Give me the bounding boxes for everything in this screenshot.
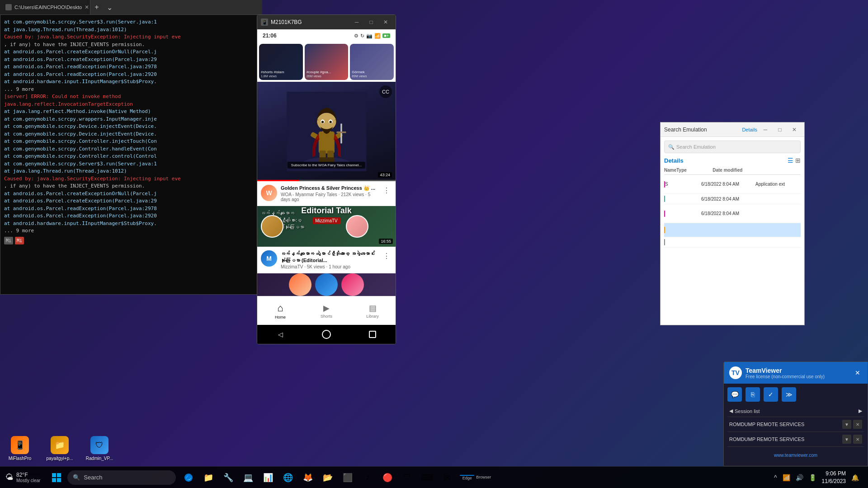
session-action-3[interactable]: ▼ — [842, 435, 851, 444]
notification-bell-icon[interactable]: 🔔 — [849, 472, 861, 483]
channel-avatar-1[interactable]: W — [261, 185, 277, 201]
tv-session-row-1[interactable]: ROMDUMP REMOTE SERVICES ▼ ✕ — [727, 417, 864, 432]
phone-close-button[interactable]: ✕ — [379, 18, 392, 27]
tv-chat-icon[interactable]: 💬 — [727, 387, 742, 402]
android-recents-button[interactable] — [365, 327, 380, 342]
session-expand-icon[interactable]: ▶ — [859, 408, 862, 414]
taskbar-app-labels: Edge Browser — [460, 475, 491, 480]
channel-avatar-2[interactable]: M — [261, 250, 277, 267]
tv-settings-icon[interactable]: ✓ — [764, 387, 778, 402]
network-icon[interactable]: 📶 — [781, 472, 792, 483]
terminal-line-9: at android.hardware.input.IInputManager$… — [4, 78, 258, 86]
second-video-thumbnail[interactable]: လက်နှက်ချတောက ဖမ်ကောင်ဦးတိုဘေား:တေ့ အကွဲ… — [257, 206, 396, 247]
taskbar-app2-icon[interactable]: 🔧 — [219, 469, 237, 487]
edge-label-group: Edge — [460, 475, 474, 480]
tv-website-link[interactable]: www.teamviewer.com — [774, 453, 817, 458]
grid-view-icon[interactable]: ⊞ — [795, 157, 801, 164]
app4-icon: 📊 — [263, 473, 273, 483]
battery-taskbar-icon[interactable]: 🔋 — [807, 472, 818, 483]
taskbar-app9-icon[interactable]: 🔴 — [378, 469, 396, 487]
weather-desc: Mostly clear — [16, 478, 40, 483]
short-thumb-3[interactable]: Görmek 89M views — [350, 44, 394, 80]
col-extra — [767, 168, 804, 173]
recents-icon — [369, 331, 376, 338]
terminal-tab-close[interactable]: ✕ — [85, 4, 89, 10]
taskbar-app8-icon[interactable]: ⬛ — [339, 469, 357, 487]
col-name: Name — [664, 168, 676, 173]
session-actions-1: ▼ ✕ — [842, 420, 862, 429]
main-video-player[interactable]: CC Subscribe to the WOA Fairy Tales chan… — [257, 82, 396, 181]
list-view-icon[interactable]: ☰ — [788, 157, 793, 164]
table-row[interactable]: Windows Batch File 6/18/2022 8:04 AM — [664, 204, 801, 223]
fe-minimize-button[interactable]: ─ — [759, 123, 772, 136]
tab-dropdown-button[interactable]: ⌄ — [103, 1, 116, 14]
nav-shorts[interactable]: ▶ Shorts — [303, 296, 349, 325]
tv-copy-icon[interactable]: ⎘ — [745, 387, 760, 402]
short-thumb-1[interactable]: #shorts #islam 1.8M views — [259, 44, 303, 80]
table-row[interactable]: le — [664, 237, 801, 248]
weather-widget[interactable]: 🌤 82°F Mostly clear — [0, 472, 46, 483]
edge-label: Edge — [462, 476, 472, 480]
taskbar-app5-icon[interactable]: 🌐 — [279, 469, 297, 487]
session-action-1[interactable]: ▼ — [842, 420, 851, 429]
fe-maximize-button[interactable]: □ — [774, 123, 786, 136]
table-row[interactable]: JS JScript Script — [664, 223, 801, 237]
fe-toolbar-right: Details — [742, 127, 757, 132]
file-explorer-content: 🔍 Search Emulation Details ☰ ⊞ Name Type… — [660, 137, 804, 325]
app9-icon: 🔴 — [382, 473, 392, 483]
settings-icon[interactable]: ⚙ — [354, 33, 359, 39]
table-row[interactable]: Application 6/18/2022 8:04 AM — [664, 194, 801, 204]
terminal-line-17: at com.genymobile.scrcpy.Controller.inje… — [4, 138, 258, 145]
desktop-icon-miflashpro[interactable]: 📱 MiFlashPro — [4, 434, 36, 463]
video-more-button-2[interactable]: ⋮ — [381, 250, 392, 261]
new-tab-button[interactable]: + — [90, 1, 103, 14]
terminal-line-3: Caused by: java.lang.SecurityException: … — [4, 33, 258, 41]
taskbar-tiktok-icon[interactable]: ♪ — [359, 469, 377, 487]
taskbar-search-box[interactable]: 🔍 Search — [67, 470, 176, 485]
tv-close-button[interactable]: ✕ — [853, 367, 862, 378]
desktop-icon-payaitgyi[interactable]: 📁 payaitgyi+p... — [43, 434, 76, 463]
start-button[interactable] — [46, 467, 67, 488]
refresh-icon[interactable]: ↻ — [360, 33, 364, 39]
sound-icon[interactable]: 🔊 — [794, 472, 805, 483]
nav-library[interactable]: ▤ Library — [349, 296, 396, 325]
table-row[interactable]: Windows Batch File S 6/18/2022 8:04 AM A… — [664, 175, 801, 194]
tv-title: TeamViewer — [745, 367, 825, 374]
terminal-tab-icon — [5, 4, 12, 10]
captions-button[interactable]: CC — [379, 85, 392, 98]
android-home-button[interactable] — [319, 327, 334, 342]
taskbar-app12-icon[interactable]: ✉ — [438, 469, 456, 487]
taskbar-clock[interactable]: 9:06 PM 11/6/2023 — [822, 470, 846, 485]
video-progress-bar[interactable] — [257, 180, 396, 181]
taskbar-app4-icon[interactable]: 📊 — [259, 469, 277, 487]
session-collapse-icon[interactable]: ◀ — [729, 408, 733, 414]
screenshot-icon[interactable]: 📷 — [366, 33, 373, 39]
phone-maximize-button[interactable]: □ — [365, 18, 377, 27]
taskbar-app6-icon[interactable]: 🦊 — [299, 469, 317, 487]
android-back-button[interactable]: ◁ — [273, 327, 288, 342]
taskbar-edge-icon[interactable] — [179, 469, 198, 487]
tv-session-row-2[interactable]: ROMDUMP REMOTE SERVICES ▼ ✕ — [727, 432, 864, 446]
tv-forward-icon[interactable]: ≫ — [782, 387, 796, 402]
miflashpro-label: MiFlashPro — [9, 456, 32, 461]
short-thumb-2[interactable]: #couple #goa... 26M views — [305, 44, 349, 80]
phone-minimize-button[interactable]: ─ — [350, 18, 363, 27]
third-video-thumb[interactable] — [257, 273, 396, 296]
taskbar-app3-icon[interactable]: 💻 — [239, 469, 257, 487]
details-button[interactable]: Details — [742, 127, 757, 132]
tv-header: TV TeamViewer Free license (non-commerci… — [724, 362, 868, 384]
nav-home[interactable]: ⌂ Home — [257, 296, 303, 325]
taskbar-app10-icon[interactable]: 🛡 — [398, 469, 416, 487]
session-action-2[interactable]: ✕ — [853, 420, 862, 429]
taskbar-app7-icon[interactable]: 📂 — [319, 469, 337, 487]
terminal-line-19: at com.genymobile.scrcpy.Controller.cont… — [4, 153, 258, 160]
terminal-tab[interactable]: C:\Users\EAINCPHOO\Deskto ✕ — [0, 0, 90, 14]
fe-close-button[interactable]: ✕ — [788, 123, 801, 136]
session-action-4[interactable]: ✕ — [853, 435, 862, 444]
second-video-duration: 16:55 — [379, 239, 393, 244]
chevron-up-icon[interactable]: ^ — [772, 472, 779, 483]
taskbar-app11-icon[interactable]: ⌨ — [418, 469, 436, 487]
desktop-icon-radmin[interactable]: 🛡 Radmin_VP... — [83, 434, 116, 463]
taskbar-app1-icon[interactable]: 📁 — [199, 469, 217, 487]
video-more-button-1[interactable]: ⋮ — [381, 185, 392, 196]
